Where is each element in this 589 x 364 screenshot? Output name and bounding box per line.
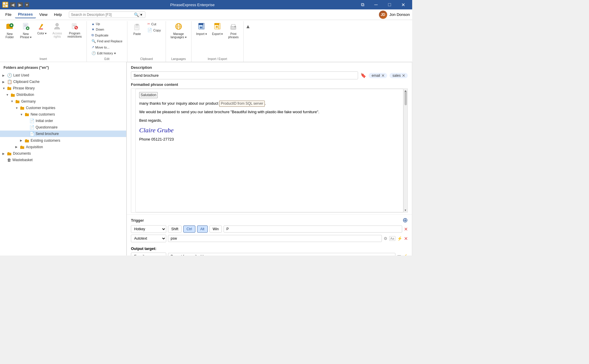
cut-button[interactable]: ✂ Cut xyxy=(145,21,163,27)
questionnaire-label: Questionnaire xyxy=(36,125,58,129)
copy-button[interactable]: 📄 Copy xyxy=(145,27,163,33)
signature: Claire Grube xyxy=(139,126,174,134)
ribbon-collapse-button[interactable]: ▲ xyxy=(244,22,252,31)
sidebar-item-phrase-library[interactable]: ▼ Phrase library xyxy=(0,85,126,91)
folder-icon-acquisition xyxy=(20,145,25,149)
color-button[interactable]: Color ▾ xyxy=(34,21,49,36)
export-icon xyxy=(214,22,221,32)
user-area[interactable]: JD Jon Donson xyxy=(379,11,410,19)
sidebar-item-documents[interactable]: ▶ Documents xyxy=(0,150,126,157)
menu-phrases[interactable]: Phrases xyxy=(15,11,36,18)
menu-file[interactable]: File xyxy=(2,11,14,18)
svg-rect-14 xyxy=(39,29,43,29)
clipboard-buttons: Paste ✂ Cut 📄 Copy xyxy=(130,21,163,56)
phrase-content[interactable]: Salutation many thanks for your inquiry … xyxy=(135,89,403,212)
close-button[interactable]: ✕ xyxy=(396,0,410,9)
output-section: Output target: E-mail ✉ ⚡ xyxy=(127,246,412,256)
restore-button[interactable]: ⧉ xyxy=(356,0,369,9)
access-rights-button[interactable]: Accessrights xyxy=(50,21,64,39)
edit-history-button[interactable]: 🕐 Edit history ▾ xyxy=(89,50,125,56)
paste-button[interactable]: Paste xyxy=(130,21,144,37)
sidebar-item-new-customers[interactable]: ▼ New customers xyxy=(0,111,126,118)
menu-view[interactable]: View xyxy=(36,11,51,18)
sidebar-item-initial-order[interactable]: 📄 Initial order xyxy=(0,118,126,124)
sidebar-item-send-brochure[interactable]: 📄 Send brochure xyxy=(0,131,126,137)
output-target-select[interactable]: E-mail xyxy=(131,253,166,256)
autotext-flash-icon[interactable]: ⚡ xyxy=(397,236,402,241)
tag-sales-remove[interactable]: ✕ xyxy=(402,74,405,78)
svg-rect-38 xyxy=(232,27,235,29)
add-trigger-button[interactable]: ⊕ xyxy=(402,217,408,223)
autotext-settings-icon[interactable]: ⚙ xyxy=(384,236,387,241)
line1-post: . xyxy=(265,101,266,106)
back-button[interactable]: ◀ xyxy=(10,2,16,7)
autotext-case-icon[interactable]: Aa xyxy=(389,236,395,241)
search-input[interactable] xyxy=(71,13,134,17)
search-dropdown-button[interactable]: ▾ xyxy=(139,13,143,17)
program-restrictions-button[interactable]: Programrestrictions xyxy=(65,21,84,39)
new-phrase-button[interactable]: NewPhrase ▾ xyxy=(18,21,34,40)
sidebar-item-customer-inquiries[interactable]: ▼ Customer inquiries xyxy=(0,105,126,111)
new-folder-button[interactable]: NewFolder xyxy=(2,21,17,40)
last-used-label: Last Used xyxy=(13,73,29,77)
svg-rect-1 xyxy=(6,2,8,4)
shift-button[interactable]: Shift xyxy=(168,226,182,233)
up-button[interactable]: ▲ Up xyxy=(89,21,125,26)
email-icon[interactable]: ✉ xyxy=(397,254,401,256)
sidebar-item-germany[interactable]: ▼ Germany xyxy=(0,98,126,105)
description-input[interactable] xyxy=(131,71,358,79)
line2-text: We would be pleased to send you our late… xyxy=(139,109,397,115)
clipboard-cache-label: Clipboard Cache xyxy=(13,80,39,84)
tag-email-remove[interactable]: ✕ xyxy=(381,74,385,78)
bookmark-icon[interactable]: 🔖 xyxy=(360,73,366,78)
export-button[interactable]: Export ▾ xyxy=(210,21,225,37)
manage-languages-button[interactable]: Managelanguages ▾ xyxy=(168,21,189,40)
scrollbar-track[interactable]: ▲ ▼ xyxy=(403,89,407,212)
cut-copy-col: ✂ Cut 📄 Copy xyxy=(145,21,163,33)
hotkey-key-input[interactable] xyxy=(224,226,402,233)
import-button[interactable]: Import ▾ xyxy=(194,21,209,37)
duplicate-icon: ⧉ xyxy=(91,33,94,37)
forward-button[interactable]: ▶ xyxy=(17,2,23,7)
sidebar-item-questionnaire[interactable]: 📄 Questionnaire xyxy=(0,124,126,131)
cut-label: Cut xyxy=(151,22,156,26)
ctrl-button[interactable]: Ctrl xyxy=(183,226,195,233)
sidebar-item-existing-customers[interactable]: ▶ Existing customers xyxy=(0,137,126,143)
duplicate-button[interactable]: ⧉ Duplicate xyxy=(89,32,125,38)
svg-rect-2 xyxy=(3,5,5,7)
trigger-type-select[interactable]: Hotkey xyxy=(131,225,166,233)
win-button[interactable]: Win xyxy=(209,226,222,233)
folder-icon-distribution xyxy=(11,92,15,97)
remove-trigger-button[interactable]: ✕ xyxy=(404,226,408,232)
print-phrases-button[interactable]: Printphrases xyxy=(226,21,241,40)
minimize-button[interactable]: ─ xyxy=(369,0,383,9)
content-panel: Description 🔖 email ✕ sales ✕ Formatted … xyxy=(127,62,412,256)
new-phrase-label: NewPhrase ▾ xyxy=(20,32,31,39)
email-prompt-input[interactable] xyxy=(168,253,395,256)
sidebar-item-distribution[interactable]: ▼ Distribution xyxy=(0,91,126,98)
down-button[interactable]: ▼ Down xyxy=(89,27,125,32)
wastebasket-label: Wastebasket xyxy=(12,158,33,162)
import-export-group-label: Import / Export xyxy=(194,56,241,62)
move-to-button[interactable]: ↗ Move to... xyxy=(89,44,125,50)
maximize-button[interactable]: □ xyxy=(383,0,396,9)
remove-autotext-button[interactable]: ✕ xyxy=(404,236,408,241)
email-lightning-icon[interactable]: ⚡ xyxy=(403,254,408,256)
menu-help[interactable]: Help xyxy=(51,11,65,18)
autotext-value-input[interactable] xyxy=(168,235,382,242)
alt-button[interactable]: Alt xyxy=(197,226,208,233)
sidebar-item-last-used[interactable]: ▶ 🕐 Last Used xyxy=(0,72,126,79)
autotext-type-select[interactable]: Autotext xyxy=(131,235,166,242)
paste-label: Paste xyxy=(133,32,141,36)
scroll-up-btn[interactable]: ▲ xyxy=(403,89,407,93)
copy-label: Copy xyxy=(153,29,161,32)
sidebar-item-acquisition[interactable]: ▶ Acquisition xyxy=(0,144,126,150)
find-replace-button[interactable]: 🔍 Find and Replace xyxy=(89,38,125,44)
sidebar-item-wastebasket[interactable]: 🗑 Wastebasket xyxy=(0,157,126,163)
dropdown-button[interactable]: ▾ xyxy=(25,2,29,7)
scroll-down-btn[interactable]: ▼ xyxy=(403,208,407,212)
germany-label: Germany xyxy=(21,99,36,103)
import-export-buttons: Import ▾ Export ▾ xyxy=(194,21,241,56)
phrase-content-container: Salutation many thanks for your inquiry … xyxy=(131,89,408,213)
sidebar-item-clipboard-cache[interactable]: ▶ 📋 Clipboard Cache xyxy=(0,79,126,85)
